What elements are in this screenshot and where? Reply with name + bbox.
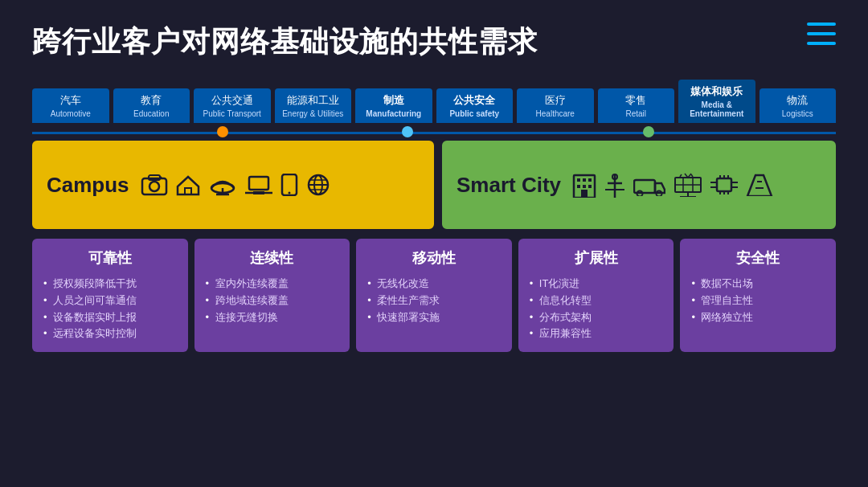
svg-rect-24: [577, 185, 580, 188]
feature-item-0-2: 设备数据实时上报: [43, 309, 177, 326]
chip-icon: [710, 174, 738, 196]
feature-item-1-2: 连接无缝切换: [206, 309, 339, 326]
feature-item-0-1: 人员之间可靠通信: [43, 293, 177, 309]
feature-item-3-3: 应用兼容性: [530, 325, 663, 342]
feature-box-1: 连续性室内外连续覆盖跨地域连续覆盖连接无缝切换: [194, 239, 350, 352]
feature-title-1: 连续性: [206, 248, 339, 268]
industry-en-9: Logistics: [766, 109, 830, 118]
feature-box-3: 扩展性IT化演进信息化转型分布式架构应用兼容性: [518, 239, 674, 352]
svg-rect-32: [634, 180, 655, 193]
industry-en-0: Automotive: [39, 109, 103, 118]
feature-list-3: IT化演进信息化转型分布式架构应用兼容性: [530, 276, 663, 342]
svg-point-4: [149, 182, 159, 191]
industry-en-4: Manufacturing: [362, 109, 426, 118]
svg-rect-0: [807, 23, 836, 26]
industry-zh-7: 零售: [604, 93, 669, 108]
feature-box-2: 移动性无线化改造柔性生产需求快速部署实施: [356, 239, 512, 352]
feature-item-1-1: 跨地域连续覆盖: [206, 293, 339, 309]
industry-zh-3: 能源和工业: [281, 93, 346, 108]
svg-rect-25: [583, 185, 586, 188]
industry-tab-4[interactable]: 制造Manufacturing: [355, 88, 432, 123]
road-icon: [746, 174, 773, 196]
svg-rect-23: [588, 178, 592, 182]
feature-item-2-0: 无线化改造: [367, 276, 501, 293]
timeline: [32, 123, 836, 141]
industry-zh-6: 医疗: [523, 93, 588, 108]
laptop-icon: [245, 174, 272, 196]
industry-en-7: Retail: [604, 109, 669, 118]
industry-zh-5: 公共安全: [443, 93, 507, 108]
feature-box-4: 安全性数据不出场管理自主性网络独立性: [680, 239, 836, 352]
industry-zh-0: 汽车: [39, 93, 103, 108]
feature-title-0: 可靠性: [43, 248, 177, 268]
industry-tab-6[interactable]: 医疗Healthcare: [517, 88, 594, 123]
scenario-row: Campus: [32, 141, 836, 229]
feature-item-3-0: IT化演进: [530, 276, 663, 293]
slide: 跨行业客户对网络基础设施的共性需求 汽车Automotive教育Educatio…: [0, 0, 868, 487]
industry-tab-2[interactable]: 公共交通Public Transport: [194, 88, 271, 123]
feature-item-4-0: 数据不出场: [691, 276, 825, 293]
house-icon: [176, 174, 200, 196]
industry-tab-5[interactable]: 公共安全Public safety: [436, 88, 514, 123]
industry-tab-0[interactable]: 汽车Automotive: [32, 88, 109, 123]
feature-item-0-3: 远程设备实时控制: [43, 325, 177, 342]
timeline-line: [32, 132, 836, 134]
smart-city-label: Smart City: [457, 173, 561, 198]
industry-en-6: Healthcare: [523, 109, 588, 118]
feature-item-2-1: 柔性生产需求: [367, 293, 501, 309]
industry-en-1: Education: [120, 109, 184, 118]
industry-row: 汽车Automotive教育Education公共交通Public Transp…: [32, 80, 836, 123]
feature-item-2-2: 快速部署实施: [367, 309, 501, 326]
tablet-icon: [280, 174, 298, 196]
solar-icon: [674, 173, 702, 197]
feature-box-0: 可靠性授权频段降低干扰人员之间可靠通信设备数据实时上报远程设备实时控制: [32, 239, 188, 352]
dot-blue: [402, 126, 413, 137]
smart-city-icons: [572, 172, 773, 198]
industry-tab-1[interactable]: 教育Education: [113, 88, 190, 123]
svg-rect-10: [249, 177, 268, 190]
feature-title-3: 扩展性: [530, 248, 663, 268]
dot-green: [643, 126, 654, 137]
svg-rect-43: [717, 178, 731, 191]
feature-item-0-0: 授权频段降低干扰: [43, 276, 177, 293]
industry-zh-2: 公共交通: [200, 93, 264, 108]
svg-rect-27: [581, 190, 588, 198]
svg-rect-26: [588, 185, 592, 188]
smart-city-box: Smart City: [442, 141, 836, 229]
industry-tab-8[interactable]: 媒体和娱乐Media & Entertainment: [678, 80, 755, 123]
feature-list-0: 授权频段降低干扰人员之间可靠通信设备数据实时上报远程设备实时控制: [43, 276, 177, 342]
feature-list-2: 无线化改造柔性生产需求快速部署实施: [367, 276, 501, 325]
svg-rect-2: [807, 42, 836, 45]
features-row: 可靠性授权频段降低干扰人员之间可靠通信设备数据实时上报远程设备实时控制连续性室内…: [32, 239, 836, 352]
feature-list-1: 室内外连续覆盖跨地域连续覆盖连接无缝切换: [206, 276, 339, 325]
camera-icon: [141, 174, 168, 196]
feature-item-4-2: 网络独立性: [691, 309, 825, 326]
industry-zh-8: 媒体和娱乐: [685, 84, 749, 99]
industry-tab-7[interactable]: 零售Retail: [598, 88, 675, 123]
svg-rect-22: [583, 178, 586, 182]
svg-rect-1: [807, 32, 836, 35]
industry-tab-3[interactable]: 能源和工业Energy & Utilities: [275, 88, 352, 123]
dot-orange: [217, 126, 228, 137]
svg-line-41: [680, 174, 682, 177]
campus-label: Campus: [47, 173, 129, 198]
svg-line-42: [691, 174, 693, 177]
industry-zh-9: 物流: [766, 93, 830, 108]
building-icon: [572, 172, 596, 198]
feature-item-3-2: 分布式架构: [530, 309, 663, 326]
feature-title-2: 移动性: [367, 248, 501, 268]
feature-item-3-1: 信息化转型: [530, 293, 663, 309]
feature-list-4: 数据不出场管理自主性网络独立性: [691, 276, 825, 325]
industry-en-3: Energy & Utilities: [281, 109, 346, 118]
campus-box: Campus: [32, 141, 434, 229]
ericsson-logo: [807, 23, 836, 51]
feature-title-4: 安全性: [691, 248, 825, 268]
svg-rect-21: [577, 178, 580, 182]
industry-en-5: Public safety: [443, 109, 507, 118]
truck-icon: [633, 174, 665, 196]
industry-tab-9[interactable]: 物流Logistics: [760, 88, 837, 123]
antenna-icon: [604, 172, 625, 198]
feature-item-4-1: 管理自主性: [691, 293, 825, 309]
globe-icon: [306, 173, 330, 197]
svg-point-14: [288, 192, 290, 194]
